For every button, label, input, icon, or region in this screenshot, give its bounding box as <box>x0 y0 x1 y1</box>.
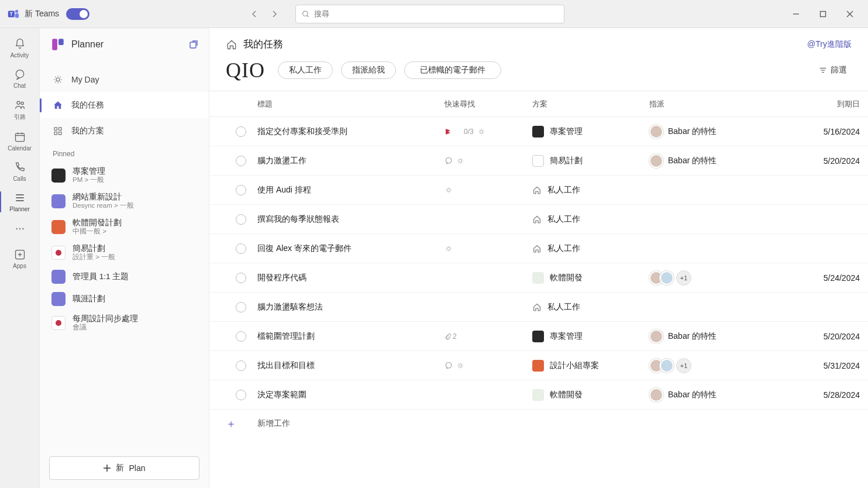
close-button[interactable] <box>836 5 863 23</box>
assignee-cell[interactable]: Babar 的特性 <box>649 154 801 168</box>
add-task-plus-icon[interactable]: ＋ <box>225 417 237 430</box>
private-plan-icon <box>532 303 542 312</box>
plan-color-icon <box>51 292 66 306</box>
rail-apps[interactable]: Apps <box>0 243 40 274</box>
task-row[interactable]: 撰寫我的每季狀態報表 私人工作 <box>209 205 868 234</box>
pinned-plan[interactable]: 簡易計劃設計重 > 一般 <box>40 240 209 266</box>
complete-checkbox[interactable] <box>236 214 246 225</box>
pinned-plan[interactable]: 每周設計同步處理會議 <box>40 310 209 336</box>
plan-icon: · <box>532 389 544 401</box>
col-plan[interactable]: 方案 <box>532 99 649 109</box>
complete-checkbox[interactable] <box>236 360 246 371</box>
plan-color-icon <box>51 194 66 208</box>
assignee-cell[interactable]: Babar 的特性 <box>649 388 801 402</box>
attachment-icon <box>445 333 452 340</box>
search-input[interactable] <box>314 9 558 18</box>
task-row[interactable]: 找出目標和目標 設計小組專案 +1 5/31/2024 <box>209 351 868 380</box>
task-title: 檔範圍管理計劃 <box>257 331 445 342</box>
tab-flagged[interactable]: 已標幟的電子郵件 <box>404 61 501 79</box>
pinned-plan[interactable]: 軟體開發計劃中國一般 > <box>40 214 209 240</box>
task-title: 決定專案範圍 <box>257 390 445 400</box>
minimize-button[interactable] <box>783 5 810 23</box>
task-row[interactable]: 回復 Alex 寄來的電子郵件 私人工作 <box>209 234 868 263</box>
plan-cell[interactable]: 私人工作 <box>532 243 649 254</box>
plan-cell[interactable]: 私人工作 <box>532 214 649 225</box>
task-row[interactable]: 開發程序代碼 ·軟體開發 +1 5/24/2024 <box>209 263 868 293</box>
grid-icon <box>51 125 64 138</box>
qio-label: QIO <box>226 58 265 83</box>
complete-checkbox[interactable] <box>236 390 246 400</box>
complete-checkbox[interactable] <box>236 185 246 195</box>
add-task-row[interactable]: ＋ 新增工作 <box>209 410 868 438</box>
tab-assigned[interactable]: 指派給我 <box>341 61 396 79</box>
plan-color-icon <box>51 169 66 183</box>
table-header: 標題 快速尋找 方案 指派 到期日 <box>209 91 868 117</box>
more-assignees[interactable]: +1 <box>676 358 691 373</box>
task-row[interactable]: 決定專案範圍 ·軟體開發 Babar 的特性 5/28/2024 <box>209 380 868 410</box>
rail-calls[interactable]: Calls <box>0 156 40 187</box>
complete-checkbox[interactable] <box>236 243 246 254</box>
maximize-button[interactable] <box>810 5 836 23</box>
rail-calendar[interactable]: Calendar <box>0 126 40 156</box>
plan-cell[interactable]: ·軟體開發 <box>532 389 649 401</box>
plan-icon <box>532 126 544 138</box>
assignee-cell[interactable]: Babar 的特性 <box>649 329 801 343</box>
plan-cell[interactable]: 私人工作 <box>532 302 649 312</box>
more-assignees[interactable]: +1 <box>676 270 691 286</box>
col-quick[interactable]: 快速尋找 <box>445 99 532 109</box>
task-row[interactable]: 檔範圍管理計劃 2 專案管理 Babar 的特性 5/20/2024 <box>209 322 868 351</box>
search-bar[interactable] <box>295 5 564 23</box>
task-row[interactable]: 指定交付專案和接受準則 0/3 專案管理 Babar 的特性 5/16/2024 <box>209 117 868 146</box>
plan-cell[interactable]: 私人工作 <box>532 185 649 195</box>
col-due[interactable]: 到期日 <box>801 99 860 109</box>
rail-teams[interactable]: 引路 <box>0 94 40 126</box>
assignee-cell[interactable]: +1 <box>649 358 801 373</box>
due-date: 5/20/2024 <box>801 332 860 341</box>
forward-button[interactable] <box>267 7 281 21</box>
filter-button[interactable]: 篩選 <box>814 63 852 78</box>
sidebar-my-tasks[interactable]: 我的任務 <box>40 92 209 118</box>
rail-chat[interactable]: Chat <box>0 63 40 94</box>
svg-rect-18 <box>59 132 62 135</box>
rail-more[interactable]: ⋯ <box>15 217 25 240</box>
plan-cell[interactable]: 專案管理 <box>532 126 649 138</box>
back-button[interactable] <box>247 7 261 21</box>
assignee-cell[interactable]: +1 <box>649 270 801 286</box>
nav-arrows <box>247 7 281 21</box>
rail-activity[interactable]: Activity <box>0 33 40 63</box>
plan-cell[interactable]: ·軟體開發 <box>532 272 649 284</box>
plan-color-icon <box>51 220 66 234</box>
tab-private[interactable]: 私人工作 <box>278 61 333 79</box>
sidebar-my-day[interactable]: My Day <box>40 67 209 92</box>
assignee-cell[interactable]: Babar 的特性 <box>649 125 801 139</box>
svg-point-14 <box>56 78 60 81</box>
pinned-plan[interactable]: 職涯計劃 <box>40 288 209 310</box>
popout-icon[interactable] <box>189 40 198 49</box>
sun-icon <box>51 73 64 86</box>
complete-checkbox[interactable] <box>236 126 246 137</box>
pinned-plan[interactable]: 管理員 1:1 主題 <box>40 266 209 288</box>
complete-checkbox[interactable] <box>236 273 246 283</box>
try-premium-link[interactable]: @Try進階版 <box>807 39 852 50</box>
app-rail: Activity Chat 引路 Calendar Calls Planner … <box>0 28 40 488</box>
new-plan-button[interactable]: 新 Plan <box>49 456 199 480</box>
col-assign[interactable]: 指派 <box>649 99 801 109</box>
pinned-plan[interactable]: 網站重新設計Desync ream > 一般 <box>40 188 209 214</box>
plan-cell[interactable]: 設計小組專案 <box>532 360 649 372</box>
pinned-plan[interactable]: 專案管理PM > 一般 <box>40 163 209 188</box>
plan-cell[interactable]: 簡易計劃 <box>532 155 649 167</box>
task-row[interactable]: 使用 Audi 排程 私人工作 <box>209 176 868 205</box>
task-row[interactable]: 腦力激盪駭客想法 私人工作 <box>209 293 868 322</box>
plan-cell[interactable]: 專案管理 <box>532 331 649 342</box>
pinned-label: Pinned <box>40 147 209 163</box>
sidebar-my-plans[interactable]: 我的方案 <box>40 118 209 144</box>
plan-icon: · <box>532 272 544 284</box>
col-title[interactable]: 標題 <box>257 99 445 109</box>
task-row[interactable]: 腦力激盪工作 簡易計劃 Babar 的特性 5/20/2024 <box>209 146 868 176</box>
complete-checkbox[interactable] <box>236 331 246 342</box>
complete-checkbox[interactable] <box>236 156 246 166</box>
new-teams-toggle[interactable] <box>66 8 89 20</box>
complete-checkbox[interactable] <box>236 302 246 312</box>
plan-color-icon <box>51 316 66 330</box>
rail-planner[interactable]: Planner <box>0 187 40 217</box>
